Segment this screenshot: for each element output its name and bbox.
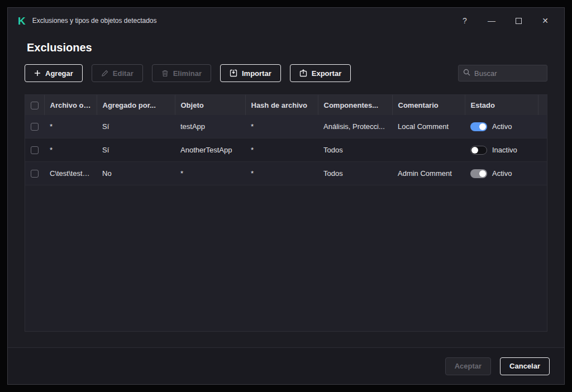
cell-file: * (44, 138, 97, 162)
column-header-hash[interactable]: Hash de archivo (245, 95, 318, 115)
edit-button: Editar (92, 64, 143, 82)
cell-hash: * (245, 162, 318, 185)
plus-icon (34, 70, 41, 77)
edit-button-label: Editar (113, 69, 134, 78)
search-icon (463, 68, 470, 78)
window-title: Exclusiones y tipos de objetos detectado… (32, 17, 157, 25)
cell-comment (392, 138, 465, 162)
titlebar: K Exclusiones y tipos de objetos detecta… (8, 8, 564, 34)
state-label: Activo (492, 122, 512, 131)
minimize-icon[interactable]: — (487, 16, 496, 25)
table-row[interactable]: * Sí AnotherTestApp * Todos Inactivo (25, 138, 547, 162)
cell-components: Todos (318, 162, 392, 185)
cell-components: Análisis, Protecci... (318, 115, 392, 138)
cell-components: Todos (318, 138, 392, 162)
row-checkbox[interactable] (31, 146, 39, 154)
toolbar: Agregar Editar Eliminar Importar (25, 64, 547, 82)
search-input[interactable] (474, 69, 572, 78)
cell-added-by: No (97, 162, 175, 185)
main-content: Exclusiones Agregar Editar Eliminar (8, 34, 564, 347)
kaspersky-logo-icon: K (18, 16, 26, 26)
exclusions-table: Archivo o c... Agregado por... Objeto Ha… (25, 94, 547, 332)
import-button-label: Importar (242, 69, 271, 78)
ok-button: Aceptar (445, 357, 491, 375)
app-window: K Exclusiones y tipos de objetos detecta… (7, 7, 565, 385)
table-row[interactable]: * Sí testApp * Análisis, Protecci... Loc… (25, 115, 547, 138)
import-icon (230, 69, 237, 77)
help-icon[interactable]: ? (460, 16, 469, 25)
column-header-added-by[interactable]: Agregado por... (97, 95, 175, 115)
state-toggle[interactable] (470, 146, 487, 155)
state-label: Inactivo (492, 146, 517, 154)
maximize-icon[interactable] (514, 16, 523, 25)
cell-object: AnotherTestApp (175, 138, 245, 162)
state-toggle[interactable] (470, 122, 487, 131)
cell-file: C\test\test.e... (44, 162, 97, 185)
export-button-label: Exportar (312, 69, 341, 78)
table-row[interactable]: C\test\test.e... No * * Todos Admin Comm… (25, 162, 547, 185)
trash-icon (161, 70, 169, 77)
delete-button: Eliminar (152, 64, 211, 82)
export-icon (299, 69, 307, 77)
window-controls: ? — ✕ (460, 16, 550, 25)
search-box (458, 65, 547, 82)
state-toggle[interactable] (470, 169, 487, 178)
import-button[interactable]: Importar (220, 64, 281, 82)
cell-added-by: Sí (97, 115, 175, 138)
cell-comment: Admin Comment (392, 162, 465, 185)
add-button[interactable]: Agregar (25, 64, 83, 82)
row-checkbox[interactable] (31, 170, 39, 178)
cell-added-by: Sí (97, 138, 175, 162)
page-title: Exclusiones (27, 41, 547, 54)
cell-file: * (44, 115, 97, 138)
column-header-comment[interactable]: Comentario (392, 95, 465, 115)
add-button-label: Agregar (45, 69, 73, 78)
cell-hash: * (245, 115, 318, 138)
table-header-row: Archivo o c... Agregado por... Objeto Ha… (25, 95, 547, 115)
state-label: Activo (492, 169, 512, 178)
export-button[interactable]: Exportar (290, 64, 351, 82)
row-checkbox[interactable] (31, 123, 39, 131)
cell-object: testApp (175, 115, 245, 138)
column-header-object[interactable]: Objeto (175, 95, 245, 115)
delete-button-label: Eliminar (173, 69, 202, 78)
cell-comment: Local Comment (392, 115, 465, 138)
cancel-button[interactable]: Cancelar (500, 357, 550, 375)
footer: Aceptar Cancelar (8, 347, 564, 384)
cell-hash: * (245, 138, 318, 162)
select-all-checkbox[interactable] (31, 102, 39, 109)
column-header-state[interactable]: Estado (465, 95, 538, 115)
close-icon[interactable]: ✕ (541, 16, 550, 25)
column-header-components[interactable]: Componentes... (318, 95, 392, 115)
pencil-icon (101, 70, 108, 77)
column-header-file[interactable]: Archivo o c... (44, 95, 97, 115)
cell-object: * (175, 162, 245, 185)
